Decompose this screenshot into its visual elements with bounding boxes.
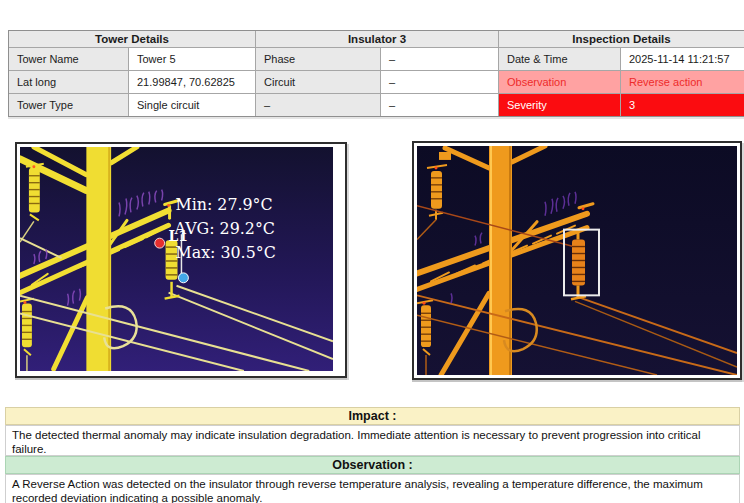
insulator-header: Insulator 3 — [256, 31, 498, 47]
observation-label: Observation — [499, 71, 620, 93]
phase-label: Phase — [256, 48, 380, 70]
inspection-report-page: Tower Details Insulator 3 Inspection Det… — [0, 0, 744, 503]
date-time-label: Date & Time — [499, 48, 620, 70]
tower-name-label: Tower Name — [9, 48, 128, 70]
lat-long-value: 21.99847, 70.62825 — [129, 71, 255, 93]
date-time-value: 2025-11-14 11:21:57 — [621, 48, 744, 70]
impact-header: Impact : — [5, 407, 740, 425]
tower-type-label: Tower Type — [9, 94, 128, 116]
thermal-scene-right — [417, 146, 737, 375]
circuit-value: – — [381, 71, 498, 93]
tower-pole — [489, 146, 512, 375]
observation-body: A Reverse Action was detected on the ins… — [5, 474, 740, 503]
tower-name-value: Tower 5 — [129, 48, 255, 70]
tower-details-header: Tower Details — [9, 31, 255, 47]
lat-long-label: Lat long — [9, 71, 128, 93]
details-table: Tower Details Insulator 3 Inspection Det… — [8, 30, 744, 117]
min-temp-marker — [178, 273, 188, 283]
max-temp-marker — [155, 238, 165, 248]
thermal-image-highlighted — [412, 141, 742, 380]
insulator-extra-value: – — [381, 94, 498, 116]
observation-value: Reverse action — [621, 71, 744, 93]
severity-label: Severity — [499, 94, 620, 116]
observation-header: Observation : — [5, 456, 740, 474]
max-temp-label: Max: 30.5°C — [176, 243, 276, 262]
tower-pole — [86, 147, 111, 371]
avg-temp-label: AVG: 29.2°C — [174, 219, 275, 238]
tower-type-value: Single circuit — [129, 94, 255, 116]
impact-body: The detected thermal anomaly may indicat… — [5, 425, 740, 456]
circuit-label: Circuit — [256, 71, 380, 93]
inspection-details-header: Inspection Details — [499, 31, 744, 47]
severity-value: 3 — [621, 94, 744, 116]
insulator-extra-label: – — [256, 94, 380, 116]
thermal-image-annotated: Min: 27.9°C L1 AVG: 29.2°C Max: 30.5°C — [15, 142, 347, 378]
phase-value: – — [381, 48, 498, 70]
thermal-scene-left: Min: 27.9°C L1 AVG: 29.2°C Max: 30.5°C — [20, 147, 333, 371]
min-temp-label: Min: 27.9°C — [176, 195, 273, 214]
